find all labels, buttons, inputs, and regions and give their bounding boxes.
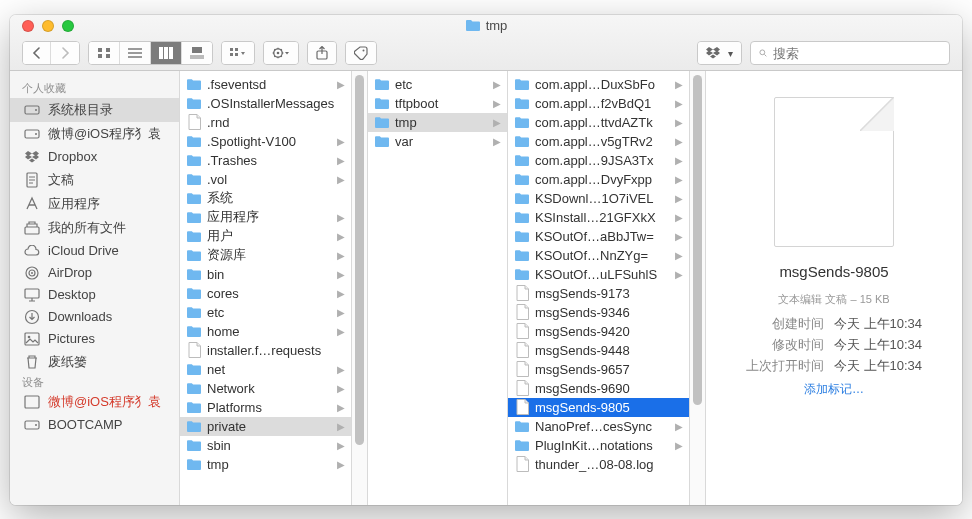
sidebar-item-Desktop[interactable]: Desktop <box>10 284 179 306</box>
file-entry[interactable]: private▶ <box>180 417 351 436</box>
dropbox-button[interactable]: ▾ <box>698 42 741 64</box>
file-entry[interactable]: thunder_…08-08.log <box>508 455 689 474</box>
file-entry[interactable]: msgSends-9690 <box>508 379 689 398</box>
file-entry[interactable]: 用户▶ <box>180 227 351 246</box>
chevron-right-icon: ▶ <box>490 136 501 147</box>
file-entry[interactable]: net▶ <box>180 360 351 379</box>
sidebar-item-文稿[interactable]: 文稿 <box>10 168 179 192</box>
sidebar-item-系统根目录[interactable]: 系统根目录 <box>10 98 179 122</box>
column-2[interactable]: etc▶tftpboot▶tmp▶var▶ <box>368 71 508 505</box>
file-entry[interactable]: KSOutOf…uLFSuhlS▶ <box>508 265 689 284</box>
arrange-button[interactable] <box>222 42 254 64</box>
action-button[interactable] <box>264 42 298 64</box>
file-entry[interactable]: KSOutOf…aBbJTw=▶ <box>508 227 689 246</box>
disk-icon <box>24 126 40 142</box>
svg-point-29 <box>28 335 31 338</box>
file-entry[interactable]: .Trashes▶ <box>180 151 351 170</box>
file-entry[interactable]: com.appl…v5gTRv2▶ <box>508 132 689 151</box>
chevron-right-icon: ▶ <box>672 440 683 451</box>
file-entry[interactable]: com.appl…DuxSbFo▶ <box>508 75 689 94</box>
sidebar-item-我的所有文件[interactable]: 我的所有文件 <box>10 216 179 240</box>
file-entry[interactable]: bin▶ <box>180 265 351 284</box>
sidebar-item-应用程序[interactable]: 应用程序 <box>10 192 179 216</box>
file-entry[interactable]: msgSends-9805 <box>508 398 689 417</box>
file-entry[interactable]: KSInstall…21GFXkX▶ <box>508 208 689 227</box>
back-button[interactable] <box>23 42 51 64</box>
scrollbar-3[interactable] <box>690 71 706 505</box>
file-entry[interactable]: com.appl…9JSA3Tx▶ <box>508 151 689 170</box>
file-entry[interactable]: var▶ <box>368 132 507 151</box>
file-entry[interactable]: sbin▶ <box>180 436 351 455</box>
file-entry[interactable]: PlugInKit…notations▶ <box>508 436 689 455</box>
file-entry[interactable]: Network▶ <box>180 379 351 398</box>
file-entry[interactable]: tftpboot▶ <box>368 94 507 113</box>
file-entry[interactable]: msgSends-9657 <box>508 360 689 379</box>
search-input[interactable] <box>773 46 941 61</box>
file-entry[interactable]: 资源库▶ <box>180 246 351 265</box>
file-entry[interactable]: KSDownl…1O7iVEL▶ <box>508 189 689 208</box>
column-1[interactable]: .fseventsd▶.OSInstallerMessages.rnd.Spot… <box>180 71 352 505</box>
coverflow-view-button[interactable] <box>182 42 212 64</box>
file-entry[interactable]: msgSends-9346 <box>508 303 689 322</box>
chevron-right-icon: ▶ <box>334 212 345 223</box>
file-entry[interactable]: .rnd <box>180 113 351 132</box>
chevron-right-icon: ▶ <box>334 79 345 90</box>
file-entry[interactable]: NanoPref…cesSync▶ <box>508 417 689 436</box>
file-entry[interactable]: .Spotlight-V100▶ <box>180 132 351 151</box>
svg-rect-1 <box>106 48 110 52</box>
list-view-button[interactable] <box>120 42 151 64</box>
sidebar-item-Pictures[interactable]: Pictures <box>10 328 179 350</box>
file-entry[interactable]: etc▶ <box>368 75 507 94</box>
folder-icon <box>374 95 390 111</box>
chevron-right-icon: ▶ <box>672 98 683 109</box>
sidebar-item-微博@iOS程序犭袁[interactable]: 微博@iOS程序犭袁 <box>10 390 171 414</box>
scrollbar-1[interactable] <box>352 71 368 505</box>
sidebar-item-Downloads[interactable]: Downloads <box>10 306 179 328</box>
file-entry[interactable]: com.appl…ttvdAZTk▶ <box>508 113 689 132</box>
file-entry[interactable]: msgSends-9420 <box>508 322 689 341</box>
file-entry[interactable]: home▶ <box>180 322 351 341</box>
file-entry[interactable]: installer.f…requests <box>180 341 351 360</box>
svg-rect-7 <box>192 47 202 53</box>
sidebar-item-废纸篓[interactable]: 废纸篓 <box>10 350 179 374</box>
titlebar: tmp ▾ <box>10 15 962 71</box>
file-entry[interactable]: cores▶ <box>180 284 351 303</box>
column-3[interactable]: com.appl…DuxSbFo▶com.appl…f2vBdQ1▶com.ap… <box>508 71 690 505</box>
sidebar-item-AirDrop[interactable]: AirDrop <box>10 262 179 284</box>
sidebar-item-iCloud Drive[interactable]: iCloud Drive <box>10 240 179 262</box>
file-icon <box>514 361 530 377</box>
file-entry[interactable]: com.appl…DvyFxpp▶ <box>508 170 689 189</box>
add-tag-link[interactable]: 添加标记… <box>804 381 864 398</box>
file-entry[interactable]: .OSInstallerMessages <box>180 94 351 113</box>
forward-button[interactable] <box>51 42 79 64</box>
file-entry[interactable]: .fseventsd▶ <box>180 75 351 94</box>
folder-icon <box>514 437 530 453</box>
folder-icon <box>514 171 530 187</box>
chevron-right-icon: ▶ <box>334 326 345 337</box>
file-entry[interactable]: msgSends-9448 <box>508 341 689 360</box>
svg-point-20 <box>35 133 37 135</box>
file-entry[interactable]: msgSends-9173 <box>508 284 689 303</box>
share-button[interactable] <box>308 42 336 64</box>
file-entry[interactable]: etc▶ <box>180 303 351 322</box>
svg-rect-22 <box>25 227 39 234</box>
file-entry[interactable]: com.appl…f2vBdQ1▶ <box>508 94 689 113</box>
search-field[interactable] <box>750 41 950 65</box>
file-entry[interactable]: 系统 <box>180 189 351 208</box>
file-entry[interactable]: tmp▶ <box>180 455 351 474</box>
file-entry[interactable]: KSOutOf…NnZYg=▶ <box>508 246 689 265</box>
sidebar-item-微博@iOS程序犭袁[interactable]: 微博@iOS程序犭袁 <box>10 122 179 146</box>
file-entry[interactable]: Platforms▶ <box>180 398 351 417</box>
sidebar-item-BOOTCAMP[interactable]: BOOTCAMP <box>10 414 179 436</box>
chevron-right-icon: ▶ <box>490 79 501 90</box>
chevron-right-icon: ▶ <box>490 98 501 109</box>
file-entry[interactable]: .vol▶ <box>180 170 351 189</box>
tags-button[interactable] <box>346 42 376 64</box>
file-entry[interactable]: tmp▶ <box>368 113 507 132</box>
file-entry[interactable]: 应用程序▶ <box>180 208 351 227</box>
column-view-button[interactable] <box>151 42 182 64</box>
sidebar-item-Dropbox[interactable]: Dropbox <box>10 146 179 168</box>
icon-view-button[interactable] <box>89 42 120 64</box>
folder-icon <box>514 418 530 434</box>
chevron-right-icon: ▶ <box>334 155 345 166</box>
